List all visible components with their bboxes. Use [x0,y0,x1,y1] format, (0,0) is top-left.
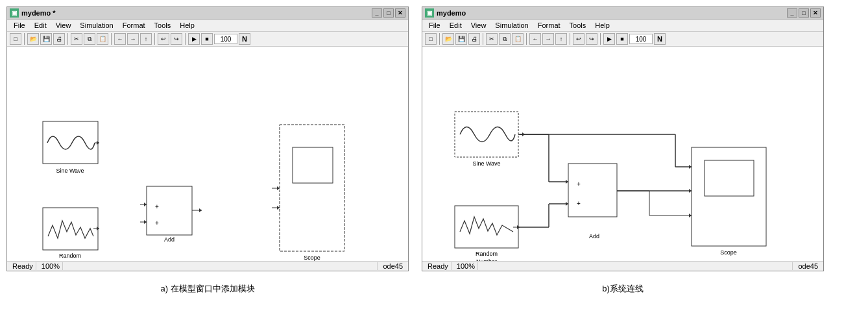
svg-marker-17 [199,208,202,212]
sep1-a [24,33,25,45]
sep4-a [154,33,155,45]
tb-save-a[interactable]: 💾 [40,33,52,45]
menu-edit-b[interactable]: Edit [446,21,466,30]
tb-copy-b[interactable]: ⧉ [499,33,511,45]
svg-rect-9 [147,186,192,235]
status-solver-a: ode45 [380,262,405,270]
title-bar-a: ▣ mydemo * _ □ ✕ [7,7,408,19]
status-empty-b [481,262,793,270]
tb-n-a[interactable]: N [239,33,250,45]
canvas-a: Sine Wave Random Number + + [7,47,408,261]
tb-cut-a[interactable]: ✂ [71,33,82,45]
sep3-b [526,33,527,45]
menu-view-b[interactable]: View [467,21,490,30]
restore-btn-a[interactable]: □ [383,8,394,18]
tb-redo-b[interactable]: ↪ [586,33,597,45]
menu-help-b[interactable]: Help [591,21,614,30]
svg-text:Random: Random [59,253,81,259]
menu-edit-a[interactable]: Edit [30,21,51,30]
sep2-b [483,33,483,45]
menu-bar-b: File Edit View Simulation Format Tools H… [422,19,823,32]
sep1-b [439,33,440,45]
tb-paste-a[interactable]: 📋 [97,33,108,45]
tb-copy-a[interactable]: ⧉ [84,33,95,45]
tb-stop-a[interactable]: ■ [201,33,213,45]
tb-print-b[interactable]: 🖨 [468,33,480,45]
svg-rect-19 [280,125,344,251]
menu-tools-a[interactable]: Tools [151,21,175,30]
svg-rect-0 [43,121,98,164]
svg-text:+: + [577,200,581,207]
tb-stop-b[interactable]: ■ [616,33,628,45]
svg-marker-15 [144,220,147,224]
tb-open-a[interactable]: 📂 [27,33,39,45]
status-bar-b: Ready 100% ode45 [422,261,823,271]
tb-play-b[interactable]: ▶ [603,33,615,45]
svg-marker-24 [277,206,280,210]
sep5-b [600,33,601,45]
status-zoom-a: 100% [39,262,63,270]
menu-format-a[interactable]: Format [119,21,149,30]
window-a: ▣ mydemo * _ □ ✕ File Edit View Simulati… [6,6,409,271]
menu-help-a[interactable]: Help [176,21,199,30]
tb-undo-b[interactable]: ↩ [573,33,585,45]
svg-text:+: + [577,180,581,188]
svg-rect-35 [568,164,617,217]
menu-simulation-a[interactable]: Simulation [76,21,117,30]
tb-paste-b[interactable]: 📋 [512,33,524,45]
menu-view-a[interactable]: View [52,21,75,30]
tb-open-b[interactable]: 📂 [442,33,454,45]
svg-text:Sine Wave: Sine Wave [472,160,500,167]
tb-zoom-b[interactable] [629,34,653,44]
svg-text:Add: Add [589,233,599,240]
menu-simulation-b[interactable]: Simulation [491,21,532,30]
tb-back-a[interactable]: ← [114,33,126,45]
svg-text:Scope: Scope [304,254,320,261]
svg-marker-45 [566,202,568,206]
menu-file-b[interactable]: File [425,21,444,30]
tb-fwd-b[interactable]: → [542,33,554,45]
caption-a: a) 在模型窗口中添加模块 [6,283,409,295]
tb-play-a[interactable]: ▶ [188,33,200,45]
tb-new-a[interactable]: □ [10,33,21,45]
windows-row: ▣ mydemo * _ □ ✕ File Edit View Simulati… [6,6,824,271]
status-empty-a [66,262,378,270]
sep5-a [185,33,186,45]
tb-back-b[interactable]: ← [529,33,541,45]
tb-fwd-a[interactable]: → [127,33,139,45]
tb-redo-a[interactable]: ↪ [171,33,182,45]
window-title-a: mydemo * [21,9,56,17]
svg-rect-20 [293,147,333,183]
tb-print-a[interactable]: 🖨 [53,33,65,45]
tb-up-a[interactable]: ↑ [140,33,152,45]
menu-format-b[interactable]: Format [534,21,564,30]
captions-row: a) 在模型窗口中添加模块 b)系统连线 [6,283,862,295]
svg-text:Add: Add [164,236,175,243]
tb-cut-b[interactable]: ✂ [486,33,498,45]
svg-text:Random: Random [476,251,498,257]
menu-file-a[interactable]: File [10,21,29,30]
svg-marker-13 [144,203,147,206]
minimize-btn-b[interactable]: _ [787,8,797,18]
status-solver-b: ode45 [795,262,821,270]
svg-text:Number: Number [60,260,80,261]
title-bar-b: ▣ mydemo _ □ ✕ [422,7,823,19]
caption-b: b)系统连线 [422,283,824,295]
minimize-btn-a[interactable]: _ [372,8,382,18]
tb-n-b[interactable]: N [654,33,666,45]
svg-text:+: + [155,219,159,227]
tb-zoom-a[interactable] [214,34,237,44]
tb-up-b[interactable]: ↑ [555,33,567,45]
menu-tools-b[interactable]: Tools [566,21,590,30]
sep3-a [111,33,112,45]
svg-text:Scope: Scope [720,249,737,256]
close-btn-b[interactable]: ✕ [810,8,821,18]
status-ready-a: Ready [10,262,36,270]
tb-new-b[interactable]: □ [425,33,437,45]
close-btn-a[interactable]: ✕ [395,8,405,18]
tb-undo-a[interactable]: ↩ [158,33,169,45]
status-ready-b: Ready [425,262,452,270]
restore-btn-b[interactable]: □ [799,8,809,18]
canvas-b: Sine Wave Random Number + + [422,47,823,261]
tb-save-b[interactable]: 💾 [455,33,467,45]
